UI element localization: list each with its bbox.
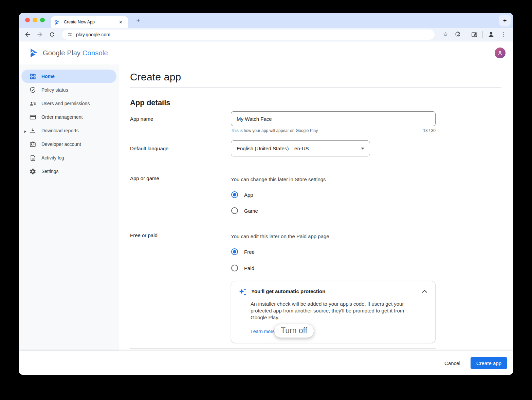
sidebar-item-label: Activity log <box>41 155 64 160</box>
google-play-logo-icon <box>30 48 39 58</box>
browser-window: Create New App ✕ + ✦ play.google.com ☆ <box>19 13 513 375</box>
browser-profile-icon[interactable] <box>487 30 495 39</box>
tab-title: Create New App <box>64 20 117 24</box>
bookmark-star-icon[interactable]: ☆ <box>441 30 450 39</box>
sidebar-item-users-permissions[interactable]: Users and permissions <box>21 97 116 110</box>
app-name-input[interactable] <box>231 111 436 126</box>
cancel-button[interactable]: Cancel <box>444 360 460 366</box>
sidebar-item-settings[interactable]: Settings <box>21 165 116 178</box>
url-text: play.google.com <box>76 32 110 37</box>
search-tab-panel-icon[interactable] <box>470 30 479 39</box>
sparkle-icon[interactable]: ✦ <box>499 15 511 26</box>
default-language-row: Default language English (United States)… <box>130 140 501 156</box>
close-tab-icon[interactable]: ✕ <box>117 19 124 25</box>
sidebar-item-label: Settings <box>41 169 59 174</box>
close-window-button[interactable] <box>25 18 30 22</box>
address-bar[interactable]: play.google.com <box>62 30 435 40</box>
automatic-protection-card: You'll get automatic protection An insta… <box>231 281 436 343</box>
sidebar-item-label: Policy status <box>41 87 68 93</box>
console-header: Google Play Console <box>19 41 513 64</box>
default-language-value: English (United States) – en-US <box>237 146 309 151</box>
sidebar-item-order-management[interactable]: Order management <box>21 110 116 124</box>
site-settings-icon[interactable] <box>67 32 73 37</box>
protection-card-body: An installer check will be added to your… <box>251 301 409 321</box>
sidebar-item-policy-status[interactable]: Policy status <box>21 83 116 97</box>
shield-check-icon <box>29 86 37 94</box>
sidebar-nav: Home Policy status <box>19 64 119 351</box>
expand-caret-icon[interactable] <box>24 129 26 134</box>
sidebar-item-label: Users and permissions <box>41 101 90 106</box>
protection-card-title: You'll get automatic protection <box>251 288 422 294</box>
sidebar-item-activity-log[interactable]: Activity log <box>21 151 116 165</box>
forward-button[interactable] <box>35 30 44 39</box>
app-name-label: App name <box>130 111 231 133</box>
create-app-button[interactable]: Create app <box>471 357 507 369</box>
toolbar-separator <box>482 31 483 38</box>
sidebar-item-home[interactable]: Home <box>21 70 116 83</box>
document-icon <box>29 154 37 162</box>
default-language-label: Default language <box>130 140 231 156</box>
turn-off-button[interactable]: Turn off <box>274 324 314 338</box>
new-tab-button[interactable]: + <box>133 16 143 25</box>
radio-option-app[interactable]: App <box>231 191 501 198</box>
chevron-down-icon <box>361 148 364 150</box>
free-or-paid-note: You can edit this later on the Paid app … <box>231 232 501 241</box>
learn-more-link[interactable]: Learn more <box>251 329 275 334</box>
browser-menu-icon[interactable]: ⋮ <box>499 30 508 39</box>
google-play-icon <box>55 19 60 25</box>
sidebar-item-label: Home <box>41 74 55 79</box>
maximize-window-button[interactable] <box>40 18 45 22</box>
app-name-helper: This is how your app will appear on Goog… <box>231 128 318 133</box>
radio-unselected-icon[interactable] <box>231 207 238 214</box>
credit-card-icon <box>29 113 37 121</box>
title-divider <box>130 87 501 88</box>
app-name-row: App name This is how your app will appea… <box>130 111 501 133</box>
radio-selected-icon[interactable] <box>231 248 238 255</box>
back-button[interactable] <box>23 30 32 39</box>
section-divider <box>130 348 436 349</box>
account-avatar[interactable] <box>495 47 506 58</box>
section-title: App details <box>130 98 501 108</box>
free-or-paid-row: Free or paid You can edit this later on … <box>130 232 501 349</box>
chevron-up-icon[interactable] <box>422 290 427 293</box>
browser-tab[interactable]: Create New App ✕ <box>51 16 128 28</box>
badge-icon <box>29 140 37 148</box>
browser-toolbar: play.google.com ☆ ⋮ <box>19 28 513 41</box>
radio-selected-icon[interactable] <box>231 191 238 198</box>
app-or-game-row: App or game You can change this later in… <box>130 175 501 214</box>
console-logo-text: Google Play Console <box>43 49 108 57</box>
page-title: Create app <box>130 70 501 84</box>
tab-strip: Create New App ✕ + ✦ <box>19 13 513 28</box>
footer-action-bar: Cancel Create app <box>19 351 513 375</box>
radio-option-game[interactable]: Game <box>231 207 501 214</box>
main-content: Create app App details App name This is … <box>119 64 513 351</box>
radio-option-paid[interactable]: Paid <box>231 265 501 271</box>
sidebar-item-download-reports[interactable]: Download reports <box>21 124 116 137</box>
gear-icon <box>29 167 37 175</box>
sidebar-item-label: Download reports <box>41 128 79 133</box>
reload-button[interactable] <box>47 30 57 39</box>
grid-icon <box>29 72 37 80</box>
users-icon <box>29 99 37 108</box>
sidebar-item-label: Order management <box>41 114 82 120</box>
default-language-select[interactable]: English (United States) – en-US <box>231 140 370 156</box>
app-or-game-label: App or game <box>130 175 231 214</box>
download-icon <box>29 127 37 135</box>
sidebar-item-label: Developer account <box>41 141 81 147</box>
toolbar-separator <box>466 31 466 38</box>
free-or-paid-label: Free or paid <box>130 232 231 349</box>
app-name-counter: 13 / 30 <box>423 128 436 133</box>
sidebar-item-developer-account[interactable]: Developer account <box>21 137 116 151</box>
radio-unselected-icon[interactable] <box>231 265 238 271</box>
extensions-icon[interactable] <box>453 30 462 39</box>
radio-option-free[interactable]: Free <box>231 248 501 255</box>
minimize-window-button[interactable] <box>33 18 37 22</box>
window-controls <box>25 18 45 22</box>
sparkle-stars-icon <box>238 288 247 297</box>
app-or-game-note: You can change this later in Store setti… <box>231 175 501 184</box>
